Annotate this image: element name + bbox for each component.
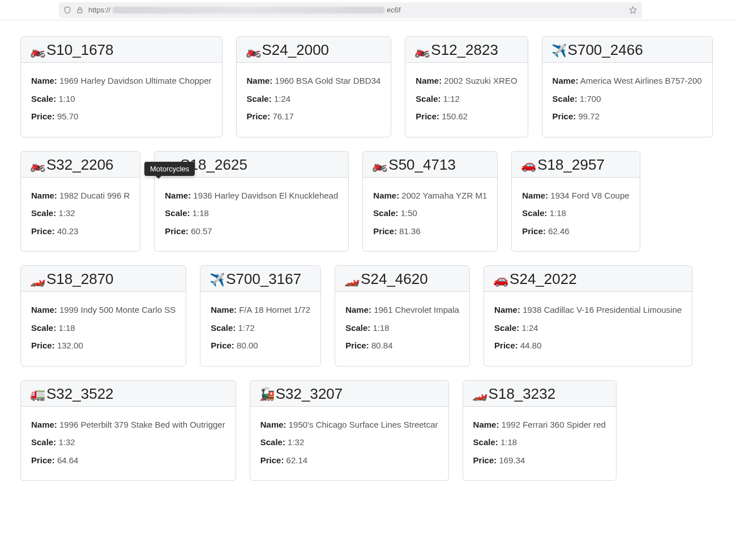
product-price-value: 60.57	[191, 226, 212, 236]
card-header: 🏍️S24_2000	[237, 37, 391, 63]
url-redacted	[113, 7, 384, 14]
product-name-label: Name:	[31, 191, 57, 200]
product-scale-label: Scale:	[553, 94, 577, 104]
product-scale-value: 1:18	[192, 208, 209, 218]
product-price-row: Price: 169.34	[473, 455, 606, 466]
category-tooltip: Motorcycles	[144, 162, 195, 176]
card-body: Name: 1938 Cadillac V-16 Presidential Li…	[484, 292, 692, 366]
product-scale-label: Scale:	[473, 437, 498, 447]
product-name-value: 1996 Peterbilt 379 Stake Bed with Outrig…	[59, 420, 225, 429]
bookmark-star-icon[interactable]	[628, 6, 637, 15]
product-name-row: Name: 1961 Chevrolet Impala	[345, 304, 459, 316]
product-name-row: Name: 1999 Indy 500 Monte Carlo SS	[31, 304, 176, 316]
racecar-icon: 🏎️	[30, 274, 45, 286]
product-scale-row: Scale: 1:32	[260, 437, 438, 448]
card-header: ✈️S700_2466	[542, 37, 712, 63]
product-name-value: F/A 18 Hornet 1/72	[239, 305, 310, 315]
product-price-row: Price: 80.84	[345, 340, 459, 351]
card-body: Name: 1999 Indy 500 Monte Carlo SSScale:…	[21, 292, 186, 366]
product-code: S18_2957	[537, 156, 605, 174]
product-scale-value: 1:72	[238, 323, 255, 333]
product-scale-value: 1:50	[401, 208, 417, 218]
plane-icon: ✈️	[551, 45, 567, 57]
product-name-value: 1969 Harley Davidson Ultimate Chopper	[59, 76, 211, 85]
product-scale-value: 1:18	[373, 323, 390, 333]
card-header: 🏎️S24_4620	[335, 266, 469, 292]
card-header: 🚗S24_2022	[484, 266, 692, 292]
product-card: 🏍️S10_1678Name: 1969 Harley Davidson Ult…	[20, 36, 222, 137]
product-name-row: Name: 1996 Peterbilt 379 Stake Bed with …	[31, 419, 225, 430]
product-price-label: Price:	[473, 455, 497, 465]
card-body: Name: 2002 Suzuki XREOScale: 1:12Price: …	[405, 63, 527, 137]
product-price-label: Price:	[260, 455, 284, 465]
product-scale-label: Scale:	[165, 208, 190, 218]
card-body: Name: 1982 Ducati 996 RScale: 1:32Price:…	[21, 178, 140, 252]
product-name-value: 1982 Ducati 996 R	[59, 191, 130, 200]
product-card: 🏎️S18_2870Name: 1999 Indy 500 Monte Carl…	[20, 265, 186, 367]
shield-icon	[63, 6, 71, 14]
product-price-value: 80.84	[371, 341, 393, 350]
product-name-value: 1999 Indy 500 Monte Carlo SS	[59, 305, 176, 315]
car-icon: 🚗	[521, 159, 536, 171]
product-price-value: 81.36	[399, 226, 421, 236]
truck-icon: 🚛	[30, 388, 45, 400]
product-price-value: 62.46	[548, 226, 570, 236]
product-name-label: Name:	[31, 76, 57, 85]
product-scale-row: Scale: 1:10	[31, 93, 212, 105]
product-price-value: 44.80	[520, 341, 542, 350]
card-header: 🚗S18_2957	[512, 152, 639, 178]
url-scheme: https://	[88, 6, 110, 14]
plane-icon: ✈️	[209, 274, 225, 286]
product-name-row: Name: 2002 Suzuki XREO	[416, 75, 517, 87]
product-price-label: Price:	[247, 111, 271, 121]
product-price-row: Price: 76.17	[247, 111, 381, 122]
motorcycle-icon: 🏍️	[30, 45, 45, 57]
card-body: Name: 1969 Harley Davidson Ultimate Chop…	[21, 63, 222, 137]
product-price-label: Price:	[31, 455, 55, 465]
product-name-row: Name: 1960 BSA Gold Star DBD34	[247, 75, 381, 87]
product-name-value: 1934 Ford V8 Coupe	[550, 191, 629, 200]
card-body: Name: 1961 Chevrolet ImpalaScale: 1:18Pr…	[335, 292, 469, 366]
product-scale-row: Scale: 1:18	[473, 437, 606, 448]
card-body: Name: F/A 18 Hornet 1/72Scale: 1:72Price…	[200, 292, 320, 366]
product-price-row: Price: 40.23	[31, 226, 130, 237]
product-scale-row: Scale: 1:32	[31, 437, 225, 448]
product-price-row: Price: 80.00	[211, 340, 310, 351]
product-scale-row: Scale: 1:18	[522, 208, 629, 219]
product-price-label: Price:	[494, 341, 518, 350]
product-scale-label: Scale:	[416, 94, 440, 104]
lock-icon	[76, 6, 84, 14]
product-name-label: Name:	[345, 305, 371, 315]
product-scale-label: Scale:	[31, 323, 56, 333]
product-scale-row: Scale: 1:24	[247, 93, 381, 105]
address-bar[interactable]: https:// ec6f	[59, 2, 642, 18]
product-scale-value: 1:24	[521, 323, 538, 333]
train-icon: 🚂	[259, 388, 275, 400]
product-code: S24_4620	[361, 270, 428, 288]
product-scale-label: Scale:	[211, 323, 236, 333]
product-name-row: Name: America West Airlines B757-200	[553, 75, 702, 87]
product-scale-row: Scale: 1:24	[494, 322, 682, 334]
product-price-label: Price:	[345, 341, 369, 350]
product-scale-label: Scale:	[522, 208, 547, 218]
product-price-label: Price:	[31, 111, 55, 121]
product-card: ✈️S700_3167Name: F/A 18 Hornet 1/72Scale…	[200, 265, 321, 367]
product-name-row: Name: F/A 18 Hornet 1/72	[211, 304, 310, 316]
product-price-row: Price: 64.64	[31, 455, 225, 466]
product-card: 🏎️S18_3232Name: 1992 Ferrari 360 Spider …	[463, 380, 617, 481]
product-price-label: Price:	[522, 226, 546, 236]
product-name-label: Name:	[494, 305, 520, 315]
product-code: S700_3167	[226, 270, 301, 288]
product-code: S24_2022	[510, 270, 577, 288]
product-price-row: Price: 99.72	[553, 111, 702, 122]
product-card: 🚛S32_3522Name: 1996 Peterbilt 379 Stake …	[20, 380, 236, 481]
product-name-row: Name: 1969 Harley Davidson Ultimate Chop…	[31, 75, 212, 87]
product-name-label: Name:	[416, 76, 442, 85]
product-scale-value: 1:18	[500, 437, 517, 447]
product-name-value: 1950's Chicago Surface Lines Streetcar	[289, 420, 438, 429]
product-name-label: Name:	[260, 420, 286, 429]
product-price-value: 80.00	[237, 341, 258, 350]
card-body: Name: 1934 Ford V8 CoupeScale: 1:18Price…	[512, 178, 639, 252]
browser-chrome: https:// ec6f	[0, 0, 736, 20]
card-body: Name: 1936 Harley Davidson El Knucklehea…	[155, 178, 348, 252]
